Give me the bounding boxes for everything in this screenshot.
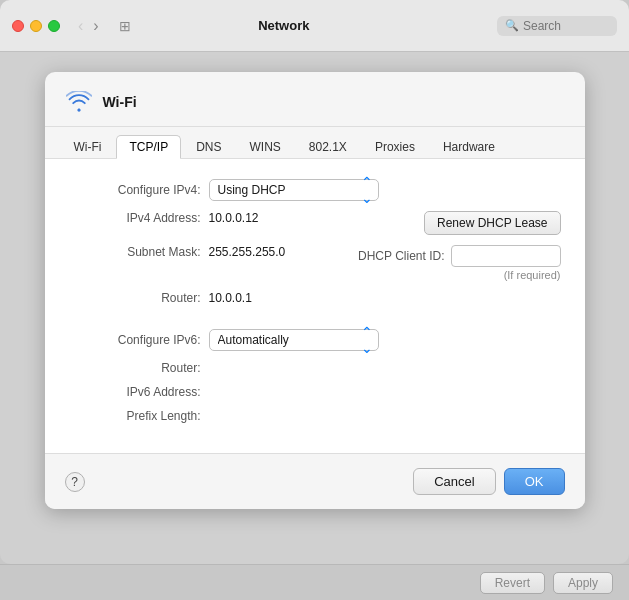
search-input[interactable] (523, 19, 608, 33)
ipv4-address-row: IPv4 Address: 10.0.0.12 Renew DHCP Lease (69, 211, 561, 235)
configure-ipv6-row: Configure IPv6: Automatically Manually O… (69, 329, 561, 351)
router-value: 10.0.0.1 (209, 291, 252, 305)
main-area: Wi-Fi Wi-Fi TCP/IP DNS WINS 802.1X Proxi… (0, 52, 629, 564)
revert-button[interactable]: Revert (480, 572, 545, 594)
configure-ipv4-label: Configure IPv4: (69, 183, 209, 197)
dhcp-client-id-input[interactable] (451, 245, 561, 267)
tab-wifi[interactable]: Wi-Fi (61, 135, 115, 158)
configure-ipv4-select-wrapper: Using DHCP Manually Using BOOTP Off ⌃⌄ (209, 179, 379, 201)
router6-label: Router: (69, 361, 209, 375)
ipv4-address-label: IPv4 Address: (69, 211, 209, 225)
titlebar-title: Network (79, 18, 489, 33)
dhcp-client-id-label: DHCP Client ID: (358, 249, 444, 263)
configure-ipv6-select-wrapper: Automatically Manually Off ⌃⌄ (209, 329, 379, 351)
router-label: Router: (69, 291, 209, 305)
tab-wins[interactable]: WINS (237, 135, 294, 158)
tabs: Wi-Fi TCP/IP DNS WINS 802.1X Proxies Har… (45, 127, 585, 159)
cancel-button[interactable]: Cancel (413, 468, 495, 495)
tab-dns[interactable]: DNS (183, 135, 234, 158)
maximize-button[interactable] (48, 20, 60, 32)
ipv6-address-label: IPv6 Address: (69, 385, 209, 399)
panel-footer: ? Cancel OK (45, 453, 585, 509)
tab-hardware[interactable]: Hardware (430, 135, 508, 158)
configure-ipv6-label: Configure IPv6: (69, 333, 209, 347)
search-bar: 🔍 (497, 16, 617, 36)
panel-content: Configure IPv4: Using DHCP Manually Usin… (45, 159, 585, 453)
prefix-length-row: Prefix Length: (69, 409, 561, 423)
bottom-bar: Revert Apply (0, 564, 629, 600)
router-row: Router: 10.0.0.1 (69, 291, 561, 305)
footer-buttons: Cancel OK (413, 468, 564, 495)
subnet-mask-label: Subnet Mask: (69, 245, 209, 259)
apply-button[interactable]: Apply (553, 572, 613, 594)
prefix-length-label: Prefix Length: (69, 409, 209, 423)
configure-ipv4-row: Configure IPv4: Using DHCP Manually Usin… (69, 179, 561, 201)
subnet-mask-value: 255.255.255.0 (209, 245, 359, 259)
ok-button[interactable]: OK (504, 468, 565, 495)
search-icon: 🔍 (505, 19, 519, 32)
panel-header: Wi-Fi (45, 72, 585, 127)
help-button[interactable]: ? (65, 472, 85, 492)
panel: Wi-Fi Wi-Fi TCP/IP DNS WINS 802.1X Proxi… (45, 72, 585, 509)
minimize-button[interactable] (30, 20, 42, 32)
configure-ipv4-select[interactable]: Using DHCP Manually Using BOOTP Off (209, 179, 379, 201)
tab-tcpip[interactable]: TCP/IP (116, 135, 181, 159)
renew-dhcp-button[interactable]: Renew DHCP Lease (424, 211, 561, 235)
tab-8021x[interactable]: 802.1X (296, 135, 360, 158)
dhcp-hint: (If required) (504, 269, 561, 281)
close-button[interactable] (12, 20, 24, 32)
router6-row: Router: (69, 361, 561, 375)
titlebar: ‹ › ⊞ Network 🔍 (0, 0, 629, 52)
subnet-dhcp-row: Subnet Mask: 255.255.255.0 DHCP Client I… (69, 245, 561, 281)
ipv6-address-row: IPv6 Address: (69, 385, 561, 399)
ipv4-address-value: 10.0.0.12 (209, 211, 424, 225)
configure-ipv6-select[interactable]: Automatically Manually Off (209, 329, 379, 351)
panel-title: Wi-Fi (103, 94, 137, 110)
traffic-lights (12, 20, 60, 32)
wifi-icon (65, 88, 93, 116)
tab-proxies[interactable]: Proxies (362, 135, 428, 158)
